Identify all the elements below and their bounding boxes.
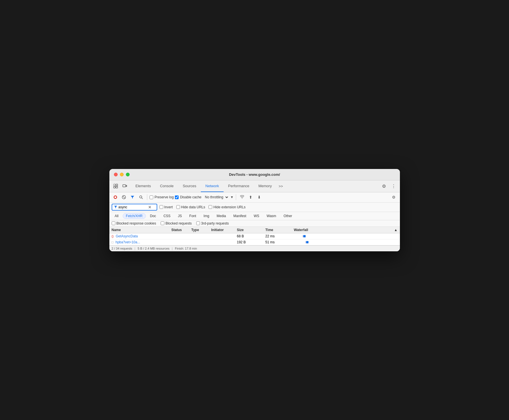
svg-rect-2 bbox=[114, 186, 115, 188]
hide-data-urls-checkbox[interactable]: Hide data URLs bbox=[176, 205, 205, 209]
traffic-lights bbox=[114, 173, 130, 176]
type-btn-all[interactable]: All bbox=[112, 213, 122, 219]
filter-options: Invert Hide data URLs Hide extension URL… bbox=[160, 205, 246, 209]
col-header-name[interactable]: Name bbox=[112, 228, 171, 232]
tab-console[interactable]: Console bbox=[156, 180, 178, 192]
device-icon[interactable] bbox=[121, 182, 129, 190]
tab-sources[interactable]: Sources bbox=[178, 180, 201, 192]
type-btn-js[interactable]: JS bbox=[175, 213, 185, 219]
close-button[interactable] bbox=[114, 173, 118, 176]
inspect-icon[interactable] bbox=[112, 182, 120, 190]
tab-performance[interactable]: Performance bbox=[224, 180, 254, 192]
svg-point-10 bbox=[140, 196, 142, 198]
row-time-0: 22 ms bbox=[265, 234, 294, 238]
window-title: DevTools - www.google.com/ bbox=[114, 172, 395, 177]
col-header-initiator[interactable]: Initiator bbox=[211, 228, 237, 232]
devtools-settings-icon[interactable]: ⚙ bbox=[380, 182, 388, 190]
download-icon[interactable]: ⬇ bbox=[255, 193, 263, 201]
more-tabs-button[interactable]: >> bbox=[276, 184, 285, 188]
resources-size: 5 B / 2.4 MB resources bbox=[138, 247, 169, 250]
type-filter-bar: All Fetch/XHR Doc CSS JS Font Img Media … bbox=[109, 212, 400, 220]
col-header-size[interactable]: Size bbox=[237, 228, 265, 232]
col-header-type[interactable]: Type bbox=[191, 228, 211, 232]
type-btn-media[interactable]: Media bbox=[214, 213, 229, 219]
requests-count: 2 / 34 requests bbox=[112, 247, 132, 250]
col-header-time[interactable]: Time bbox=[265, 228, 294, 232]
type-btn-css[interactable]: CSS bbox=[160, 213, 174, 219]
preserve-log-input[interactable] bbox=[150, 195, 153, 199]
status-bar: 2 / 34 requests | 5 B / 2.4 MB resources… bbox=[109, 245, 400, 251]
type-btn-font[interactable]: Font bbox=[186, 213, 199, 219]
tab-network[interactable]: Network bbox=[201, 180, 224, 192]
type-btn-wasm[interactable]: Wasm bbox=[263, 213, 279, 219]
network-toolbar: Preserve log Disable cache No throttling… bbox=[109, 192, 400, 203]
type-btn-img[interactable]: Img bbox=[201, 213, 212, 219]
blocked-requests-checkbox[interactable]: Blocked requests bbox=[161, 221, 192, 225]
xhr-icon: {} bbox=[112, 235, 114, 238]
row-waterfall-1 bbox=[294, 241, 398, 244]
tab-icons bbox=[112, 182, 129, 190]
devtools-more-icon[interactable]: ⋮ bbox=[390, 182, 398, 190]
svg-line-9 bbox=[123, 196, 125, 198]
blocked-cookies-input[interactable] bbox=[112, 221, 115, 225]
third-party-checkbox[interactable]: 3rd-party requests bbox=[196, 221, 229, 225]
search-icon[interactable] bbox=[137, 193, 145, 201]
tabs-right-actions: ⚙ ⋮ bbox=[380, 182, 398, 190]
clear-button[interactable] bbox=[120, 193, 128, 201]
network-settings-icon[interactable]: ⚙ bbox=[390, 193, 398, 201]
table-row[interactable]: □ hpba?vet=10a... 192 B 51 ms bbox=[109, 239, 400, 245]
col-header-waterfall[interactable]: Waterfall ▲ bbox=[294, 228, 398, 232]
row-size-1: 192 B bbox=[237, 240, 265, 244]
filter-input[interactable] bbox=[118, 205, 147, 209]
filter-bar: ✕ Invert Hide data URLs Hide extension U… bbox=[109, 203, 400, 212]
hide-extension-urls-input[interactable] bbox=[208, 205, 212, 209]
preserve-log-checkbox[interactable]: Preserve log bbox=[150, 195, 174, 199]
blocked-bar: Blocked response cookies Blocked request… bbox=[109, 220, 400, 227]
type-btn-manifest[interactable]: Manifest bbox=[230, 213, 249, 219]
devtools-main: Preserve log Disable cache No throttling… bbox=[109, 192, 400, 251]
type-btn-doc[interactable]: Doc bbox=[147, 213, 159, 219]
svg-rect-4 bbox=[123, 185, 126, 187]
upload-icon[interactable]: ⬆ bbox=[247, 193, 254, 201]
svg-rect-7 bbox=[115, 196, 116, 198]
svg-rect-3 bbox=[116, 186, 118, 188]
throttle-select[interactable]: No throttling Fast 3G Slow 3G Offline bbox=[203, 194, 229, 200]
table-header: Name Status Type Initiator Size Time Wat… bbox=[109, 227, 400, 233]
title-bar: DevTools - www.google.com/ bbox=[109, 169, 400, 180]
row-name-1: □ hpba?vet=10a... bbox=[112, 240, 171, 244]
type-btn-ws[interactable]: WS bbox=[251, 213, 262, 219]
blocked-requests-input[interactable] bbox=[161, 221, 164, 225]
filter-icon[interactable] bbox=[129, 193, 136, 201]
clear-filter-button[interactable]: ✕ bbox=[148, 205, 152, 209]
tabs-bar: Elements Console Sources Network Perform… bbox=[109, 180, 400, 192]
maximize-button[interactable] bbox=[126, 173, 130, 176]
throttle-arrow: ▼ bbox=[230, 195, 234, 199]
disable-cache-input[interactable] bbox=[175, 195, 179, 199]
filter-funnel-icon bbox=[114, 205, 117, 209]
wifi-icon[interactable] bbox=[238, 193, 246, 201]
finish-time: Finish: 17.8 min bbox=[175, 247, 197, 250]
col-header-status[interactable]: Status bbox=[171, 228, 191, 232]
svg-rect-1 bbox=[116, 184, 118, 186]
svg-rect-0 bbox=[114, 184, 115, 186]
doc-icon: □ bbox=[112, 240, 114, 244]
disable-cache-checkbox[interactable]: Disable cache bbox=[175, 195, 201, 199]
invert-input[interactable] bbox=[160, 205, 163, 209]
blocked-cookies-checkbox[interactable]: Blocked response cookies bbox=[112, 221, 156, 225]
svg-rect-5 bbox=[126, 185, 127, 187]
table-row[interactable]: {} GetAsyncData 68 B 22 ms bbox=[109, 233, 400, 239]
stop-recording-button[interactable] bbox=[112, 193, 119, 201]
type-btn-fetch-xhr[interactable]: Fetch/XHR bbox=[123, 213, 146, 219]
minimize-button[interactable] bbox=[120, 173, 124, 176]
third-party-input[interactable] bbox=[196, 221, 200, 225]
invert-checkbox[interactable]: Invert bbox=[160, 205, 173, 209]
tab-elements[interactable]: Elements bbox=[131, 180, 156, 192]
row-name-0: {} GetAsyncData bbox=[112, 234, 171, 238]
toolbar-separator-1 bbox=[147, 194, 147, 200]
type-btn-other[interactable]: Other bbox=[281, 213, 295, 219]
filter-input-wrap: ✕ bbox=[112, 204, 157, 211]
hide-data-urls-input[interactable] bbox=[176, 205, 180, 209]
tab-memory[interactable]: Memory bbox=[254, 180, 276, 192]
row-size-0: 68 B bbox=[237, 234, 265, 238]
hide-extension-urls-checkbox[interactable]: Hide extension URLs bbox=[208, 205, 246, 209]
